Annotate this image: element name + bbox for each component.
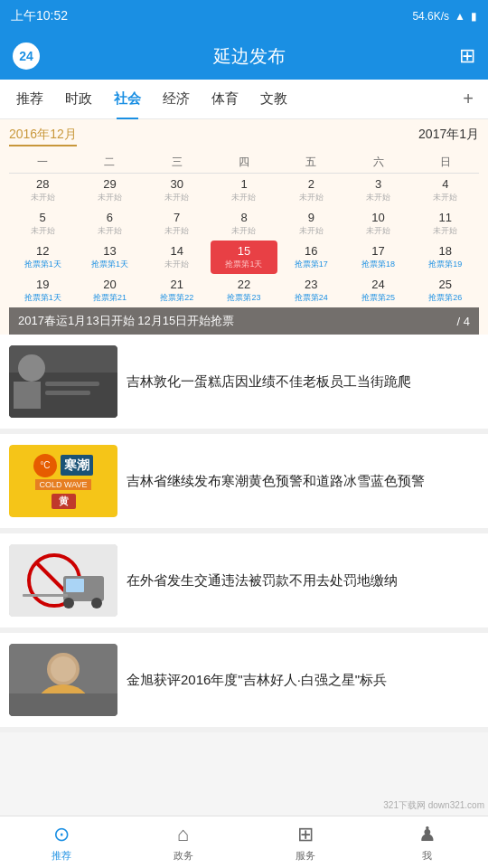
svg-rect-4 <box>45 391 90 395</box>
calendar-left-month: 2016年12月 <box>9 127 77 146</box>
cal-header-mon: 一 <box>9 152 76 174</box>
cal-cell-28[interactable]: 28未开始 <box>9 174 76 207</box>
cal-cell-14[interactable]: 14未开始 <box>144 241 211 274</box>
calendar-month-headers: 2016年12月 2017年1月 <box>9 127 479 146</box>
cal-cell-1[interactable]: 1未开始 <box>211 174 277 207</box>
traffic-image <box>9 544 117 617</box>
svg-rect-13 <box>23 594 68 597</box>
calendar-banner-text: 2017春运1月13日开始 12月15日开始抢票 <box>18 313 234 329</box>
tab-politics[interactable]: 时政 <box>54 80 103 119</box>
cal-cell-4[interactable]: 4未开始 <box>412 174 479 207</box>
bottom-nav-recommend[interactable]: ⊙ 推荐 <box>0 816 122 868</box>
cal-header-sat: 六 <box>344 152 411 174</box>
cal-cell-23[interactable]: 23抢票第24 <box>277 274 344 307</box>
recommend-icon: ⊙ <box>53 823 70 846</box>
cal-cell-3[interactable]: 3未开始 <box>344 174 411 207</box>
nav-tabs: 推荐 时政 社会 经济 体育 文教 + <box>0 80 488 119</box>
cal-cell-24[interactable]: 24抢票第25 <box>344 274 411 307</box>
battery-icon: ▮ <box>471 10 477 23</box>
cal-cell-22[interactable]: 22抢票第23 <box>211 274 277 307</box>
bottom-nav-politics-label: 政务 <box>174 849 193 863</box>
service-icon: ⊞ <box>297 823 314 846</box>
cold-wave-english-label: COLD WAVE <box>35 479 90 490</box>
tab-culture[interactable]: 文教 <box>249 80 298 119</box>
thermometer-icon: °C <box>33 454 57 477</box>
cal-cell-25[interactable]: 25抢票第26 <box>412 274 479 307</box>
news-list: 吉林敦化一蛋糕店因业绩不佳老板员工当街跪爬 °C 寒潮 COLD WAVE 黄 <box>0 335 488 732</box>
svg-rect-10 <box>66 579 84 592</box>
svg-point-12 <box>91 598 102 609</box>
cal-header-tue: 二 <box>76 152 143 174</box>
news-thumb-1 <box>9 345 117 418</box>
news-item-3[interactable]: 在外省发生交通违法被罚款不用去处罚地缴纳 <box>0 533 488 633</box>
svg-point-18 <box>51 656 76 682</box>
calendar-grid: 一 二 三 四 五 六 日 28未开始 29未开始 30未开始 1未开始 2未开… <box>9 152 479 307</box>
cal-cell-16[interactable]: 16抢票第17 <box>277 241 344 274</box>
network-speed: 54.6K/s <box>412 10 449 23</box>
politics-icon: ⌂ <box>177 823 189 846</box>
add-tab-button[interactable]: + <box>454 89 483 109</box>
status-time: 上午10:52 <box>11 8 68 24</box>
news-content-4: 金旭获评2016年度"吉林好人·白强之星"标兵 <box>127 670 479 691</box>
svg-rect-3 <box>45 382 99 386</box>
app-title: 延边发布 <box>213 44 286 69</box>
cal-cell-21[interactable]: 21抢票第22 <box>144 274 211 307</box>
svg-rect-5 <box>14 382 41 409</box>
cal-cell-18[interactable]: 18抢票第19 <box>412 241 479 274</box>
news-title-3: 在外省发生交通违法被罚款不用去处罚地缴纳 <box>127 571 479 591</box>
cal-cell-15-highlight[interactable]: 15抢票第1天 <box>211 241 277 274</box>
calendar-section: 2016年12月 2017年1月 一 二 三 四 五 六 日 28未开始 29未… <box>0 119 488 335</box>
bottom-nav-politics[interactable]: ⌂ 政务 <box>122 816 244 868</box>
news-content-2: 吉林省继续发布寒潮黄色预警和道路冰雪蓝色预警 <box>127 471 479 492</box>
calendar-banner[interactable]: 2017春运1月13日开始 12月15日开始抢票 / 4 <box>9 307 479 335</box>
cal-cell-7[interactable]: 7未开始 <box>144 207 211 241</box>
cal-cell-11[interactable]: 11未开始 <box>412 207 479 241</box>
news-thumb-traffic <box>9 544 117 617</box>
cal-cell-30[interactable]: 30未开始 <box>144 174 211 207</box>
status-bar: 上午10:52 54.6K/s ▲ ▮ <box>0 0 488 33</box>
app-header: 24 延边发布 ⊞ <box>0 33 488 80</box>
svg-point-11 <box>63 598 74 609</box>
svg-point-2 <box>18 354 45 382</box>
cal-cell-20[interactable]: 20抢票第21 <box>76 274 143 307</box>
tab-recommend[interactable]: 推荐 <box>5 80 54 119</box>
news-item-1[interactable]: 吉林敦化一蛋糕店因业绩不佳老板员工当街跪爬 <box>0 335 488 434</box>
tab-sports[interactable]: 体育 <box>201 80 249 119</box>
news-content-3: 在外省发生交通违法被罚款不用去处罚地缴纳 <box>127 571 479 591</box>
person-image <box>9 644 117 716</box>
news-thumb-person <box>9 644 117 716</box>
grid-menu-button[interactable]: ⊞ <box>459 44 475 68</box>
cal-cell-2[interactable]: 2未开始 <box>277 174 344 207</box>
bottom-nav-me[interactable]: ♟ 我 <box>366 816 488 868</box>
cal-cell-10[interactable]: 10未开始 <box>344 207 411 241</box>
cold-wave-chinese-label: 寒潮 <box>61 455 93 475</box>
cal-cell-17[interactable]: 17抢票第18 <box>344 241 411 274</box>
status-right: 54.6K/s ▲ ▮ <box>412 10 477 23</box>
cal-header-thu: 四 <box>211 152 277 174</box>
calendar-banner-page: / 4 <box>457 315 470 328</box>
cal-cell-29[interactable]: 29未开始 <box>76 174 143 207</box>
cold-wave-level: 黄 <box>52 494 76 509</box>
news-item-2[interactable]: °C 寒潮 COLD WAVE 黄 吉林省继续发布寒潮黄色预警和道路冰雪蓝色预警 <box>0 434 488 533</box>
bottom-nav-service[interactable]: ⊞ 服务 <box>244 816 366 868</box>
cal-cell-6[interactable]: 6未开始 <box>76 207 143 241</box>
calendar-right-month: 2017年1月 <box>418 127 479 146</box>
tab-society[interactable]: 社会 <box>103 80 152 119</box>
news-title-2: 吉林省继续发布寒潮黄色预警和道路冰雪蓝色预警 <box>127 471 479 492</box>
notification-badge[interactable]: 24 <box>13 42 40 70</box>
cal-header-fri: 五 <box>277 152 344 174</box>
cal-header-wed: 三 <box>144 152 211 174</box>
watermark: 321下载网 down321.com <box>383 799 484 812</box>
news-item-4[interactable]: 金旭获评2016年度"吉林好人·白强之星"标兵 <box>0 633 488 732</box>
wifi-icon: ▲ <box>455 10 465 23</box>
bottom-nav-recommend-label: 推荐 <box>52 849 71 863</box>
bottom-nav: ⊙ 推荐 ⌂ 政务 ⊞ 服务 ♟ 我 <box>0 816 488 868</box>
cold-wave-graphic: °C 寒潮 COLD WAVE 黄 <box>33 454 93 509</box>
cal-cell-8[interactable]: 8未开始 <box>211 207 277 241</box>
cal-cell-19[interactable]: 19抢票第1天 <box>9 274 76 307</box>
cal-cell-12[interactable]: 12抢票第1天 <box>9 241 76 274</box>
cal-cell-13[interactable]: 13抢票第1天 <box>76 241 143 274</box>
cal-cell-9[interactable]: 9未开始 <box>277 207 344 241</box>
tab-economy[interactable]: 经济 <box>152 80 201 119</box>
cal-cell-5[interactable]: 5未开始 <box>9 207 76 241</box>
